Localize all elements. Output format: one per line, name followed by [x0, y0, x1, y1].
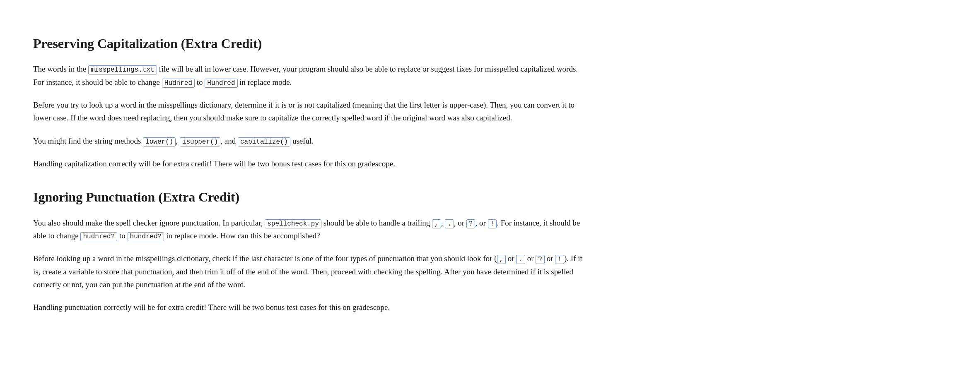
text-span: , or: [475, 218, 488, 227]
text-span: Handling punctuation correctly will be f…: [33, 303, 390, 312]
inline-code: isupper(): [180, 137, 220, 146]
paragraph-punc-p2: Before looking up a word in the misspell…: [33, 252, 588, 291]
inline-code: hudnred?: [80, 232, 117, 241]
inline-code: ?: [466, 219, 476, 228]
text-span: Handling capitalization correctly will b…: [33, 159, 395, 168]
inline-code: ?: [536, 255, 545, 264]
paragraph-cap-p2: Before you try to look up a word in the …: [33, 98, 588, 125]
paragraph-punc-p1: You also should make the spell checker i…: [33, 216, 588, 242]
section-capitalization: Preserving Capitalization (Extra Credit)…: [33, 33, 588, 170]
text-span: useful.: [290, 137, 314, 145]
main-content: Preserving Capitalization (Extra Credit)…: [33, 33, 588, 314]
inline-code: .: [516, 255, 525, 264]
paragraph-cap-p1: The words in the misspellings.txt file w…: [33, 62, 588, 89]
inline-code: .: [445, 219, 454, 228]
text-span: in replace mode. How can this be accompl…: [164, 231, 320, 240]
paragraph-punc-p3: Handling punctuation correctly will be f…: [33, 301, 588, 314]
text-span: or: [525, 254, 536, 263]
inline-code: hundred?: [128, 232, 164, 241]
paragraph-cap-p4: Handling capitalization correctly will b…: [33, 157, 588, 170]
inline-code: !: [488, 219, 497, 228]
text-span: , or: [454, 218, 466, 227]
inline-code: lower(): [143, 137, 176, 146]
heading-punctuation: Ignoring Punctuation (Extra Credit): [33, 187, 588, 208]
text-span: You might find the string methods: [33, 137, 143, 145]
inline-code: Hundred: [205, 79, 237, 88]
text-span: or: [545, 254, 555, 263]
text-span: You also should make the spell checker i…: [33, 218, 265, 227]
inline-code: misspellings.txt: [88, 65, 157, 74]
inline-code: Hudnred: [162, 79, 195, 88]
inline-code: !: [555, 255, 564, 264]
section-punctuation: Ignoring Punctuation (Extra Credit)You a…: [33, 187, 588, 314]
heading-capitalization: Preserving Capitalization (Extra Credit): [33, 33, 588, 54]
inline-code: ,: [497, 255, 506, 264]
text-span: should be able to handle a trailing: [321, 218, 432, 227]
text-span: Before you try to look up a word in the …: [33, 101, 574, 122]
paragraph-cap-p3: You might find the string methods lower(…: [33, 134, 588, 147]
text-span: , and: [220, 137, 238, 145]
text-span: Before looking up a word in the misspell…: [33, 254, 497, 263]
text-span: ,: [441, 218, 445, 227]
inline-code: spellcheck.py: [265, 219, 321, 228]
text-span: or: [506, 254, 516, 263]
text-span: The words in the: [33, 65, 88, 73]
text-span: in replace mode.: [238, 78, 292, 86]
inline-code: capitalize(): [238, 137, 290, 146]
text-span: to: [117, 231, 127, 240]
inline-code: ,: [432, 219, 441, 228]
text-span: ,: [176, 137, 180, 145]
text-span: to: [195, 78, 205, 86]
